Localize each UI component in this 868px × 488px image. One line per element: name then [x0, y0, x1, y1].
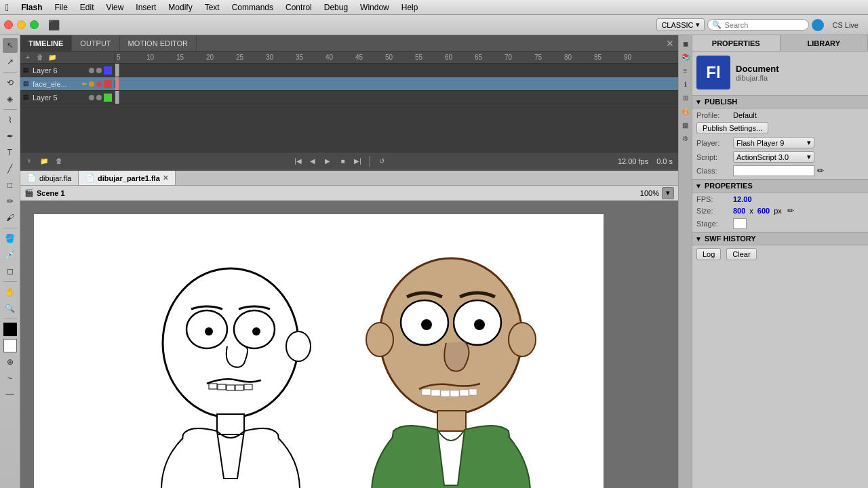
layer-6-visibility[interactable] — [89, 68, 94, 73]
menu-window[interactable]: Window — [355, 1, 395, 14]
zoom-tool[interactable]: 🔍 — [3, 301, 18, 316]
layer-5-visibility[interactable] — [89, 95, 94, 100]
layer-5-frames[interactable] — [115, 91, 678, 104]
menu-debug[interactable]: Debug — [319, 1, 353, 14]
menu-flash[interactable]: Flash — [16, 1, 47, 14]
pencil-tool[interactable]: ✏ — [3, 194, 18, 209]
search-input[interactable] — [724, 21, 804, 29]
brush-tool[interactable]: 🖌 — [3, 210, 18, 225]
straighten-btn[interactable]: — — [3, 387, 18, 402]
stage-color-swatch[interactable] — [733, 218, 747, 229]
text-tool[interactable]: T — [3, 145, 18, 160]
search-box[interactable]: 🔍 — [707, 19, 809, 30]
eraser-tool[interactable]: ◻ — [3, 264, 18, 279]
new-folder-btn[interactable]: 📁 — [38, 156, 50, 167]
stage-canvas[interactable] — [34, 214, 604, 488]
publish-settings-button[interactable]: Publish Settings... — [696, 122, 768, 134]
clear-button[interactable]: Clear — [726, 248, 756, 260]
gradient-transform-tool[interactable]: ◈ — [3, 92, 18, 106]
color-icon-btn[interactable]: 🎨 — [680, 106, 691, 117]
menu-view[interactable]: View — [101, 1, 130, 14]
workspace-dropdown[interactable]: CLASSIC ▾ — [656, 18, 705, 31]
layer-face-lock[interactable] — [96, 81, 102, 87]
zoom-menu-btn[interactable]: ▾ — [662, 187, 674, 199]
menu-insert[interactable]: Insert — [130, 1, 161, 14]
stroke-color[interactable] — [3, 323, 17, 336]
tab-motion-editor[interactable]: MOTION EDITOR — [120, 35, 197, 51]
align-icon-btn[interactable]: ≡ — [680, 65, 691, 76]
maximize-window-button[interactable] — [30, 20, 39, 29]
tab-dibujar[interactable]: 📄 dibujar.fla — [20, 171, 79, 185]
components-icon-btn[interactable]: ⚙ — [680, 133, 691, 144]
delete-layer-btn[interactable]: 🗑 — [53, 156, 65, 167]
layer-face-frames[interactable] — [115, 77, 678, 90]
swf-history-header[interactable]: ▼ SWF HISTORY — [692, 232, 868, 245]
library-icon-btn[interactable]: 📚 — [680, 52, 691, 62]
layer-face-visibility[interactable] — [89, 81, 94, 87]
tab-library[interactable]: LIBRARY — [781, 35, 869, 51]
new-layer-btn[interactable]: + — [23, 156, 35, 167]
class-input[interactable] — [733, 165, 814, 176]
menu-modify[interactable]: Modify — [163, 1, 197, 14]
paint-bucket-tool[interactable]: 🪣 — [3, 231, 18, 246]
size-width[interactable]: 800 — [733, 207, 745, 215]
layer-row-face[interactable]: ▤ face_ele... ✏ — [20, 77, 678, 91]
swatches-icon-btn[interactable]: ▩ — [680, 119, 691, 130]
class-edit-icon[interactable]: ✏ — [817, 166, 824, 176]
smooth-btn[interactable]: ~ — [3, 371, 18, 386]
stop-btn[interactable]: ■ — [336, 156, 349, 167]
menu-help[interactable]: Help — [396, 1, 424, 14]
canvas-container[interactable] — [20, 201, 678, 488]
menu-text[interactable]: Text — [199, 1, 225, 14]
menu-edit[interactable]: Edit — [75, 1, 100, 14]
menu-control[interactable]: Control — [280, 1, 317, 14]
tab-close-btn[interactable]: ✕ — [163, 174, 168, 182]
log-button[interactable]: Log — [696, 248, 721, 260]
layer-5-lock[interactable] — [96, 95, 102, 100]
fps-value-display[interactable]: 12.00 — [733, 195, 752, 203]
properties-icon-btn[interactable]: ◼ — [680, 38, 691, 49]
loop-btn[interactable]: ↺ — [376, 156, 388, 167]
lasso-tool[interactable]: ⌇ — [3, 113, 18, 127]
layer-row-5[interactable]: ▤ Layer 5 — [20, 91, 678, 104]
rect-tool[interactable]: □ — [3, 178, 18, 192]
zoom-control: 100% ▾ — [640, 187, 674, 199]
info-icon-btn[interactable]: ℹ — [680, 79, 691, 89]
timeline-collapse-btn[interactable]: ✕ — [662, 35, 678, 51]
snap-to-objects[interactable]: ⊕ — [3, 354, 18, 369]
go-prev-frame-btn[interactable]: ◀ — [307, 156, 319, 167]
minimize-window-button[interactable] — [17, 20, 26, 29]
apple-menu[interactable]:  — [5, 2, 9, 13]
player-dropdown[interactable]: Flash Player 9 ▾ — [733, 137, 814, 148]
pen-tool[interactable]: ✒ — [3, 129, 18, 144]
select-tool[interactable]: ↖ — [3, 38, 18, 53]
tab-dibujar-parte1[interactable]: 📄 dibujar_parte1.fla ✕ — [79, 171, 176, 185]
menu-commands[interactable]: Commands — [226, 1, 279, 14]
eyedropper-tool[interactable]: 💉 — [3, 247, 18, 262]
layer-6-lock[interactable] — [96, 68, 102, 73]
close-window-button[interactable] — [4, 20, 13, 29]
size-height[interactable]: 600 — [757, 207, 770, 215]
fill-color[interactable] — [3, 339, 17, 352]
tab-output[interactable]: OUTPUT — [72, 35, 119, 51]
tab-properties[interactable]: PROPERTIES — [692, 35, 781, 51]
properties-section-header[interactable]: ▼ PROPERTIES — [692, 179, 868, 192]
transform-icon-btn[interactable]: ⊞ — [680, 92, 691, 103]
play-btn[interactable]: ▶ — [321, 156, 334, 167]
layer-folder-icon[interactable]: 📁 — [47, 53, 57, 62]
line-tool[interactable]: ╱ — [3, 161, 18, 176]
publish-section-header[interactable]: ▼ PUBLISH — [692, 95, 868, 108]
delete-layer-icon[interactable]: 🗑 — [35, 53, 45, 62]
tab-timeline[interactable]: TIMELINE — [20, 35, 72, 51]
size-edit-icon[interactable]: ✏ — [787, 206, 794, 216]
go-next-frame-btn[interactable]: ▶| — [351, 156, 363, 167]
layer-row-6[interactable]: ▤ Layer 6 — [20, 64, 678, 77]
subselect-tool[interactable]: ↗ — [3, 54, 18, 69]
add-layer-icon[interactable]: + — [23, 53, 33, 62]
script-dropdown[interactable]: ActionScript 3.0 ▾ — [733, 151, 814, 163]
go-first-frame-btn[interactable]: |◀ — [292, 156, 304, 167]
hand-tool[interactable]: ✋ — [3, 285, 18, 300]
menu-file[interactable]: File — [49, 1, 73, 14]
layer-6-frames[interactable] — [115, 64, 678, 77]
free-transform-tool[interactable]: ⟲ — [3, 75, 18, 90]
